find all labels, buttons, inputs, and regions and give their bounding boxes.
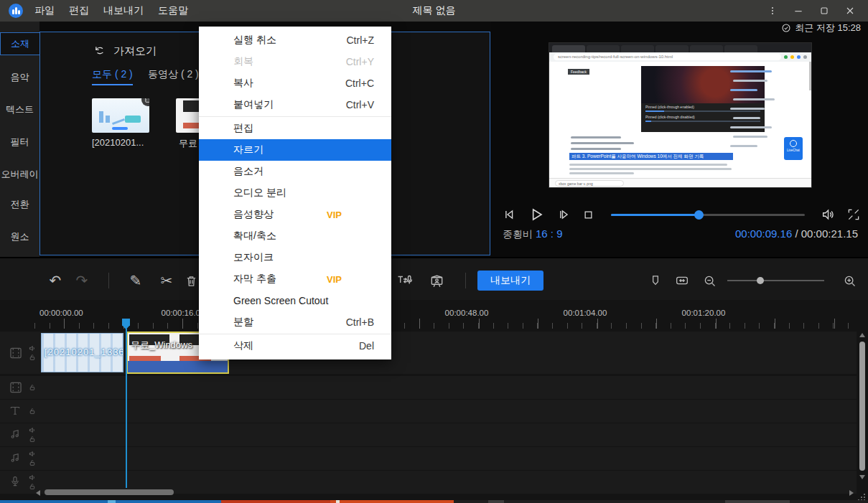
context-menu-item-8[interactable]: 음성향상VIP	[199, 204, 391, 225]
track-volume-icon[interactable]	[29, 450, 37, 458]
sidebar-item-1[interactable]: 음악	[0, 66, 39, 89]
context-menu-item-11[interactable]: 자막 추출VIP	[199, 268, 391, 290]
hscroll-left-arrow[interactable]	[36, 490, 40, 496]
minimize-button[interactable]	[790, 3, 806, 19]
shortcut-label: Ctrl+V	[346, 99, 374, 111]
titlebar-menu-3[interactable]: 도움말	[158, 4, 188, 17]
presenter-screen-icon[interactable]	[427, 271, 446, 290]
video-track-icon	[9, 380, 23, 395]
sidebar-item-5[interactable]: 전환	[0, 193, 39, 216]
close-button[interactable]	[842, 3, 858, 19]
timeline-zoom-slider[interactable]	[727, 280, 824, 281]
music-track-icon	[9, 451, 22, 464]
context-menu-item-1[interactable]: 회복Ctrl+Y	[199, 51, 391, 72]
media-tab-1[interactable]: 동영상 ( 2 )	[148, 68, 199, 81]
video-track-2	[0, 376, 857, 399]
sidebar-item-3[interactable]: 필터	[0, 131, 39, 154]
preview-info-row: 종횡비 16 : 9 00:00:09.16 / 00:00:21.15	[491, 226, 868, 243]
vip-badge: VIP	[327, 274, 342, 285]
context-menu-item-3[interactable]: 붙여넣기Ctrl+V	[199, 94, 391, 116]
preview-seek-slider[interactable]	[611, 214, 805, 216]
shortcut-label: Ctrl+Z	[347, 34, 375, 46]
text-track-icon	[9, 404, 22, 417]
track-lock-icon[interactable]	[29, 354, 36, 361]
music-track-icon	[9, 428, 22, 441]
seek-knob[interactable]	[694, 210, 704, 220]
volume-icon[interactable]	[821, 207, 836, 222]
ruler-label-2: 00:00:48.00	[445, 309, 489, 317]
sidebar-item-2[interactable]: 텍스트	[0, 98, 39, 121]
track-volume-icon[interactable]	[29, 474, 37, 481]
menubar: 파일편집내보내기도움말	[34, 4, 188, 17]
vscroll-down-arrow[interactable]	[859, 475, 865, 479]
shortcut-label: Ctrl+B	[346, 316, 374, 328]
maximize-button[interactable]	[816, 3, 832, 19]
context-menu-item-6[interactable]: 음소거	[199, 161, 391, 182]
titlebar-menu-2[interactable]: 내보내기	[103, 4, 144, 17]
track-lock-icon[interactable]	[29, 384, 36, 391]
vertical-scrollbar[interactable]	[859, 342, 865, 471]
zoom-in-icon[interactable]	[840, 271, 859, 290]
music-track-1-header	[0, 423, 39, 446]
aspect-ratio-value[interactable]: 16 : 9	[536, 227, 563, 240]
next-frame-button[interactable]	[556, 207, 571, 222]
redo-icon[interactable]: ↷	[73, 271, 91, 290]
sidebar-item-4[interactable]: 오버레이	[0, 163, 39, 186]
horizontal-scrollbar[interactable]	[45, 489, 174, 495]
play-button[interactable]	[527, 205, 546, 224]
film-badge-icon	[141, 98, 149, 106]
import-label: 가져오기	[113, 44, 157, 58]
check-circle-icon	[781, 23, 791, 33]
titlebar-menu-1[interactable]: 편집	[69, 4, 89, 17]
undo-icon[interactable]: ↶	[46, 271, 65, 290]
context-menu: 실행 취소Ctrl+Z회복Ctrl+Y복사Ctrl+C붙여넣기Ctrl+V편집자…	[199, 27, 391, 359]
media-item-thumbnail-0[interactable]	[92, 98, 149, 133]
context-menu-item-0[interactable]: 실행 취소Ctrl+Z	[199, 29, 391, 51]
previous-frame-button[interactable]	[501, 207, 517, 222]
zoom-out-icon[interactable]	[700, 271, 719, 290]
context-menu-item-4[interactable]: 편집	[199, 118, 391, 139]
track-lock-icon[interactable]	[29, 436, 36, 443]
context-menu-item-7[interactable]: 오디오 분리	[199, 182, 391, 204]
track-volume-icon[interactable]	[29, 426, 37, 434]
text-track	[0, 400, 857, 423]
titlebar-menu-0[interactable]: 파일	[34, 4, 55, 17]
track-lock-icon[interactable]	[29, 408, 36, 415]
sidebar-item-6[interactable]: 원소	[0, 225, 39, 248]
marker-flag-icon[interactable]	[646, 271, 665, 290]
vscroll-up-arrow[interactable]	[859, 333, 865, 337]
shortcut-label: Del	[359, 340, 374, 352]
kebab-menu-icon[interactable]	[765, 3, 780, 19]
context-menu-item-9[interactable]: 확대/축소	[199, 225, 391, 247]
context-menu-item-12[interactable]: Green Screen Cutout	[199, 290, 391, 311]
delete-trash-icon[interactable]	[182, 271, 200, 290]
export-button[interactable]: 내보내기	[477, 271, 543, 291]
sidebar-item-0[interactable]: 소재	[0, 32, 39, 55]
text-to-speech-icon[interactable]	[395, 271, 414, 290]
context-menu-item-2[interactable]: 복사Ctrl+C	[199, 72, 391, 94]
context-menu-item-13[interactable]: 분할Ctrl+B	[199, 311, 391, 333]
track-lock-icon[interactable]	[29, 483, 36, 490]
edit-pencil-icon[interactable]: ✎	[126, 271, 145, 290]
track-volume-icon[interactable]	[29, 344, 37, 352]
context-menu-item-14[interactable]: 삭제Del	[199, 335, 391, 357]
fit-timeline-icon[interactable]	[673, 271, 691, 290]
cut-scissors-icon[interactable]: ✂	[157, 271, 176, 290]
context-menu-item-10[interactable]: 모자이크	[199, 247, 391, 268]
media-tab-0[interactable]: 모두 ( 2 )	[92, 68, 133, 85]
fullscreen-icon[interactable]	[846, 207, 861, 222]
page-scrollbar	[809, 62, 811, 90]
livechat-button: LiveChat	[784, 137, 803, 160]
timecode: 00:00:09.16 / 00:00:21.15	[735, 227, 858, 240]
track-lock-icon[interactable]	[29, 459, 36, 466]
ruler-label-0: 00:00:00.00	[39, 309, 83, 317]
preview-panel: 최근 저장 15:28 screen-recording-tips/record…	[491, 22, 868, 257]
context-menu-item-5[interactable]: 자르기	[199, 139, 391, 161]
hscroll-right-arrow[interactable]	[849, 490, 854, 496]
stop-button[interactable]	[582, 208, 595, 222]
import-button[interactable]: 가져오기	[92, 44, 157, 58]
zoom-knob[interactable]	[757, 277, 764, 284]
timeline-clip-0[interactable]: [20210201_13365	[41, 333, 123, 372]
menu-separator	[199, 334, 391, 334]
os-taskbar-sliver	[0, 500, 868, 503]
